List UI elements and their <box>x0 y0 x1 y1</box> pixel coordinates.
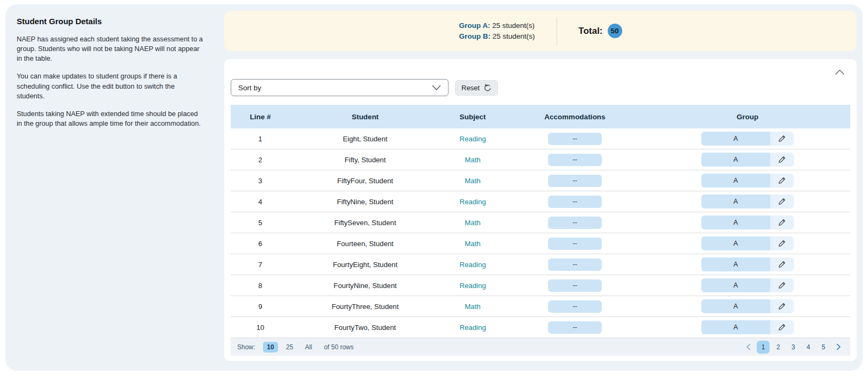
total-count: Total: 50 <box>579 24 622 38</box>
edit-group-button[interactable] <box>770 257 794 271</box>
group-cell: A <box>645 236 850 250</box>
group-value: A <box>701 215 770 229</box>
column-header: Line # <box>231 113 290 121</box>
edit-group-button[interactable] <box>770 153 794 167</box>
chevron-down-icon <box>432 85 441 91</box>
group-value: A <box>701 320 770 334</box>
reset-button-label: Reset <box>461 84 480 92</box>
group-badge: A <box>701 215 794 229</box>
accommodations-badge: -- <box>548 175 602 187</box>
column-header: Student <box>290 113 440 121</box>
edit-group-button[interactable] <box>770 174 794 188</box>
group-summary-banner: Group A: 25 student(s) Group B: 25 stude… <box>224 11 857 51</box>
page-number-button[interactable]: 5 <box>817 341 830 354</box>
group-value: A <box>701 236 770 250</box>
reset-button[interactable]: Reset <box>455 80 498 96</box>
group-cell: A <box>645 174 850 188</box>
rows-count-label: of 50 rows <box>324 343 353 351</box>
page-size-option[interactable]: 10 <box>263 342 278 353</box>
group-b-count: Group B: 25 student(s) <box>459 32 535 40</box>
accommodations-badge: -- <box>548 238 602 250</box>
line-number-cell: 4 <box>231 198 290 206</box>
table-body: 1 Eight, Student Reading -- A <box>231 128 850 338</box>
accommodations-badge: -- <box>548 321 602 334</box>
next-page-button[interactable] <box>832 341 845 354</box>
collapse-card-button[interactable] <box>833 66 846 78</box>
group-b-label: Group B: <box>459 32 490 40</box>
edit-group-button[interactable] <box>770 215 794 229</box>
page-number-button[interactable]: 1 <box>757 341 770 354</box>
sort-by-select[interactable]: Sort by <box>231 79 449 96</box>
group-badge: A <box>701 195 794 209</box>
pencil-icon <box>778 282 786 289</box>
group-cell: A <box>645 320 850 334</box>
subject-cell: Reading <box>440 261 505 269</box>
accommodations-cell: -- <box>505 238 645 250</box>
table-row: 7 FourtyEight, Student Reading -- A <box>231 254 850 275</box>
previous-page-button[interactable] <box>742 341 755 354</box>
edit-group-button[interactable] <box>770 320 794 334</box>
group-badge: A <box>701 257 794 271</box>
table-header-row: Line # Student Subject Accommodations Gr… <box>231 105 850 128</box>
edit-group-button[interactable] <box>770 278 794 292</box>
group-cell: A <box>645 278 850 292</box>
sidebar-description: NAEP has assigned each student taking th… <box>17 34 206 128</box>
chevron-right-icon <box>836 343 841 350</box>
page-number-list: 1 2 3 4 5 <box>757 341 830 354</box>
sidebar: Student Group Details NAEP has assigned … <box>5 4 224 371</box>
subject-cell: Math <box>440 177 505 185</box>
student-name-cell: Eight, Student <box>290 135 440 143</box>
page-number-button[interactable]: 3 <box>787 341 800 354</box>
chevron-up-icon <box>835 69 845 75</box>
line-number-cell: 9 <box>231 303 290 311</box>
subject-cell: Math <box>440 240 505 248</box>
accommodations-cell: -- <box>505 175 645 187</box>
page-size-option[interactable]: 25 <box>282 342 297 353</box>
group-value: A <box>701 132 770 146</box>
edit-group-button[interactable] <box>770 195 794 209</box>
page-size-option[interactable]: All <box>301 342 316 353</box>
edit-group-button[interactable] <box>770 132 794 146</box>
edit-group-button[interactable] <box>770 299 794 313</box>
subject-cell: Math <box>440 156 505 164</box>
student-name-cell: FiftySeven, Student <box>290 219 440 227</box>
pagination: 1 2 3 4 5 <box>742 341 845 354</box>
table-row: 2 Fifty, Student Math -- A <box>231 149 850 170</box>
total-label: Total: <box>579 26 603 37</box>
edit-group-button[interactable] <box>770 236 794 250</box>
group-badge: A <box>701 236 794 250</box>
table-row: 1 Eight, Student Reading -- A <box>231 128 850 149</box>
page-number-button[interactable]: 4 <box>802 341 815 354</box>
pencil-icon <box>778 240 786 247</box>
accommodations-badge: -- <box>548 300 602 313</box>
accommodations-badge: -- <box>548 154 602 166</box>
accommodations-cell: -- <box>505 300 645 313</box>
group-badge: A <box>701 320 794 334</box>
group-badge: A <box>701 174 794 188</box>
group-cell: A <box>645 299 850 313</box>
accommodations-cell: -- <box>505 196 645 208</box>
student-table-card: Sort by Reset Line # <box>224 59 857 361</box>
show-label: Show: <box>237 343 255 351</box>
sidebar-paragraph: Students taking NAEP with extended time … <box>17 109 204 128</box>
subject-cell: Reading <box>440 135 505 143</box>
line-number-cell: 7 <box>231 261 290 269</box>
group-value: A <box>701 153 770 167</box>
pencil-icon <box>778 156 786 163</box>
line-number-cell: 2 <box>231 156 290 164</box>
accommodations-cell: -- <box>505 279 645 292</box>
sort-by-value: Sort by <box>238 84 261 92</box>
accommodations-cell: -- <box>505 321 645 334</box>
accommodations-badge: -- <box>548 133 602 145</box>
student-name-cell: FiftyFour, Student <box>290 177 440 185</box>
pencil-icon <box>778 177 786 184</box>
group-badge: A <box>701 278 794 292</box>
pencil-icon <box>778 198 786 205</box>
banner-divider <box>557 17 557 45</box>
student-name-cell: FiftyNine, Student <box>290 198 440 206</box>
page-number-button[interactable]: 2 <box>772 341 785 354</box>
subject-cell: Math <box>440 219 505 227</box>
table-row: 3 FiftyFour, Student Math -- A <box>231 170 850 191</box>
page-size-controls: Show: 10 25 All of 50 rows <box>237 342 354 353</box>
line-number-cell: 8 <box>231 282 290 290</box>
